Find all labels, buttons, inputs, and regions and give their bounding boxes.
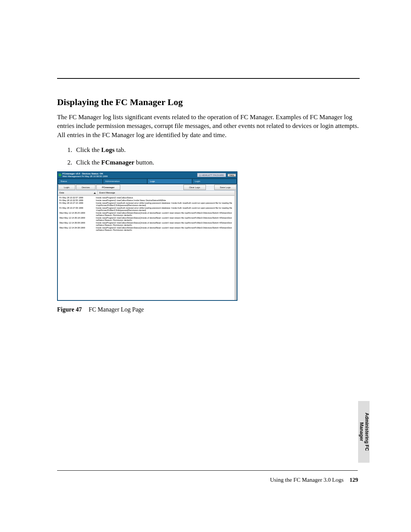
step-2-post: button. — [134, 159, 154, 166]
log-rows: Fri May 28 10:32:57 1999Inside nasaProgr… — [58, 196, 234, 300]
step-1-bold: Logs — [101, 146, 115, 153]
devices-log-button[interactable]: Devices — [76, 185, 96, 190]
fcmanager-log-button[interactable]: FCmanager — [96, 185, 120, 190]
step-1-post: tab. — [115, 146, 126, 153]
hp-logo-badge: ◎ HEWLETT PACKARD — [197, 173, 226, 177]
section-side-tab: Administering FC Manager — [358, 401, 370, 463]
steps-list: Click the Logs tab. Click the FCmanager … — [57, 145, 360, 167]
logs-toolbar: Login Devices FCmanager Clear Logs Save … — [58, 184, 237, 191]
figure-text: FC Manager Log Page — [89, 306, 144, 313]
page-footer: Using the FC Manager 3.0 Logs 129 — [270, 477, 358, 483]
tab-administration[interactable]: Administration — [103, 179, 148, 184]
table-row[interactable]: Wed May 12 14:35:25 1999Inside nasaProgr… — [58, 212, 234, 217]
tab-logs[interactable]: Logs — [147, 179, 192, 184]
figure-label: Figure 47 — [57, 306, 82, 313]
main-tabs: Status Administration Logs Login — [58, 178, 237, 184]
footer-text: Using the FC Manager 3.0 Logs — [270, 477, 343, 483]
titlebar-line2: Web Management Fri May 28 10:58:50 1999 — [62, 175, 108, 177]
table-row[interactable]: Fri May 28 10:32:55 1999Inside nasaProgr… — [58, 199, 234, 202]
side-tab-line2: Manager — [359, 422, 364, 441]
table-row[interactable]: Fri May 28 10:27:09 1999Inside nasaProgr… — [58, 207, 234, 212]
tab-status[interactable]: Status — [58, 179, 103, 184]
table-row[interactable]: Fri May 28 10:27:15 1999Inside nasaProgr… — [58, 202, 234, 207]
log-table-headers: Date Event Message — [58, 191, 234, 196]
table-row[interactable]: Fri May 28 10:32:57 1999Inside nasaProgr… — [58, 197, 234, 199]
column-header-date[interactable]: Date — [58, 191, 98, 195]
table-row[interactable]: Wed May 12 14:34:38 1999Inside nasaProgr… — [58, 227, 234, 232]
bottom-rule — [57, 470, 358, 471]
status-orb-icon — [59, 174, 61, 176]
tab-login[interactable]: Login — [192, 179, 237, 184]
vertical-scrollbar[interactable] — [234, 191, 237, 300]
window-titlebar: FCmanager v3.0 - Devices Status: OK Web … — [58, 172, 237, 178]
table-row[interactable]: Wed May 12 14:35:08 1999Inside nasaProgr… — [58, 222, 234, 227]
side-tab-line1: Administering FC — [364, 413, 370, 451]
fc-manager-log-screenshot: FCmanager v3.0 - Devices Status: OK Web … — [57, 171, 237, 301]
titlebar-text: FCmanager v3.0 - Devices Status: OK Web … — [62, 173, 108, 177]
save-logs-button[interactable]: Save Logs — [214, 185, 236, 190]
hp-logo-icon: ◎ — [199, 174, 201, 176]
step-1: Click the Logs tab. — [74, 145, 360, 155]
hp-logo-text: HEWLETT PACKARD — [202, 174, 224, 176]
page-number: 129 — [350, 477, 358, 483]
login-log-button[interactable]: Login — [58, 185, 75, 190]
intro-paragraph: The FC Manager log lists significant eve… — [57, 113, 360, 139]
help-button[interactable]: Help — [228, 174, 236, 177]
step-2-bold: FCmanager — [101, 159, 134, 166]
clear-logs-button[interactable]: Clear Logs — [183, 185, 206, 190]
table-row[interactable]: Wed May 12 14:35:18 1999Inside nasaProgr… — [58, 217, 234, 222]
figure-caption: Figure 47FC Manager Log Page — [57, 306, 360, 313]
column-header-event-message[interactable]: Event Message — [98, 191, 234, 195]
titlebar-line1: FCmanager v3.0 - Devices Status: OK — [62, 173, 103, 175]
step-2: Click the FCmanager button. — [74, 158, 360, 168]
step-1-pre: Click the — [76, 146, 101, 153]
top-rule — [57, 78, 360, 79]
section-title: Displaying the FC Manager Log — [57, 97, 360, 107]
step-2-pre: Click the — [76, 159, 101, 166]
